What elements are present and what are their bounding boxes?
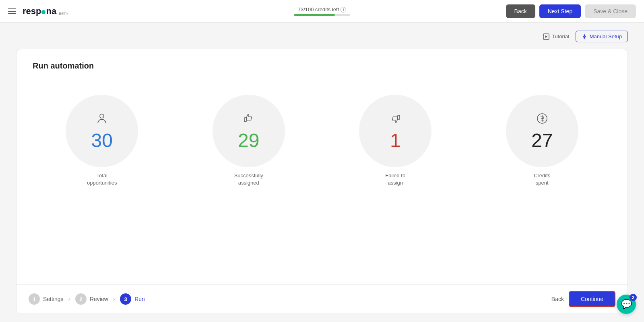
stat-number-success: 29 [238, 131, 259, 150]
tutorial-button[interactable]: Tutorial [543, 33, 569, 40]
chat-bubble[interactable]: 💬 2 [617, 295, 636, 314]
logo: respna BETA [23, 6, 68, 17]
hamburger-menu[interactable] [8, 8, 16, 14]
logo-dot [41, 10, 45, 14]
footer-back-button[interactable]: Back [551, 296, 564, 302]
step-1-label: Settings [43, 296, 64, 302]
svg-rect-3 [244, 118, 246, 122]
stat-label-success: Successfullyassigned [234, 172, 263, 187]
svg-point-2 [100, 114, 104, 118]
manual-setup-button[interactable]: Manual Setup [576, 31, 628, 42]
credits-text: 73/100 credits left [298, 6, 339, 12]
step-2: 2 Review [75, 293, 108, 305]
manual-setup-label: Manual Setup [590, 33, 622, 39]
logo-beta: BETA [59, 12, 68, 16]
stat-circle-credits: 27 [506, 95, 578, 167]
stat-number-credits: 27 [531, 131, 553, 150]
thumbs-down-icon [389, 112, 402, 127]
step-1: 1 Settings [29, 293, 64, 305]
stat-credits-spent: 27 Creditsspent [506, 95, 578, 187]
logo-text: respna [23, 6, 56, 17]
step-arrow-2: › [113, 295, 115, 303]
svg-rect-4 [398, 115, 400, 119]
step-3: 3 Run [120, 293, 145, 305]
header-left: respna BETA [8, 6, 68, 17]
stat-label-credits: Creditsspent [534, 172, 550, 187]
lightning-icon [582, 34, 587, 39]
card-body: Run automation 30 Totalopportuni [17, 49, 627, 284]
stat-number-total: 30 [91, 131, 113, 150]
credits-label: 73/100 credits left i [298, 6, 347, 12]
step-2-label: Review [90, 296, 108, 302]
stat-failed-assign: 1 Failed toassign [359, 95, 431, 187]
header-right: Back Next Step Save & Close [506, 4, 636, 18]
svg-marker-1 [545, 35, 547, 38]
stat-label-failed: Failed toassign [385, 172, 405, 187]
stepper: 1 Settings › 2 Review › 3 Run [29, 293, 145, 305]
run-automation-card: Run automation 30 Totalopportuni [16, 49, 628, 314]
step-1-circle: 1 [29, 293, 40, 305]
save-close-button[interactable]: Save & Close [585, 4, 636, 18]
tutorial-label: Tutorial [552, 33, 569, 39]
continue-button[interactable]: Continue [569, 291, 615, 307]
stat-number-failed: 1 [390, 131, 401, 150]
step-3-label: Run [134, 296, 145, 302]
action-bar: Tutorial Manual Setup [16, 31, 628, 42]
card-title: Run automation [33, 61, 611, 71]
play-icon [543, 33, 549, 40]
step-arrow-1: › [68, 295, 70, 303]
chat-badge: 2 [630, 294, 637, 301]
step-2-circle: 2 [75, 293, 87, 305]
thumbs-up-icon [242, 112, 255, 127]
main-content: Tutorial Manual Setup Run automation [0, 23, 644, 322]
back-button[interactable]: Back [506, 4, 535, 18]
credits-section: 73/100 credits left i [294, 6, 350, 16]
stat-successfully-assigned: 29 Successfullyassigned [213, 95, 285, 187]
next-step-button[interactable]: Next Step [539, 4, 581, 18]
footer-right: Back Continue [551, 291, 615, 307]
person-icon [95, 112, 108, 127]
credits-bar [294, 14, 350, 16]
step-3-circle: 3 [120, 293, 131, 305]
stats-row: 30 Totalopportunities 29 [33, 87, 611, 195]
stat-circle-total: 30 [66, 95, 138, 167]
stat-label-total: Totalopportunities [87, 172, 117, 187]
chat-icon: 💬 [621, 299, 632, 310]
header: respna BETA 73/100 credits left i Back N… [0, 0, 644, 23]
dollar-icon [536, 112, 549, 127]
stat-total-opportunities: 30 Totalopportunities [66, 95, 138, 187]
credits-fill [294, 14, 335, 16]
credits-info-icon[interactable]: i [341, 7, 346, 12]
card-footer: 1 Settings › 2 Review › 3 Run Back Conti [17, 284, 627, 314]
stat-circle-success: 29 [213, 95, 285, 167]
stat-circle-failed: 1 [359, 95, 431, 167]
